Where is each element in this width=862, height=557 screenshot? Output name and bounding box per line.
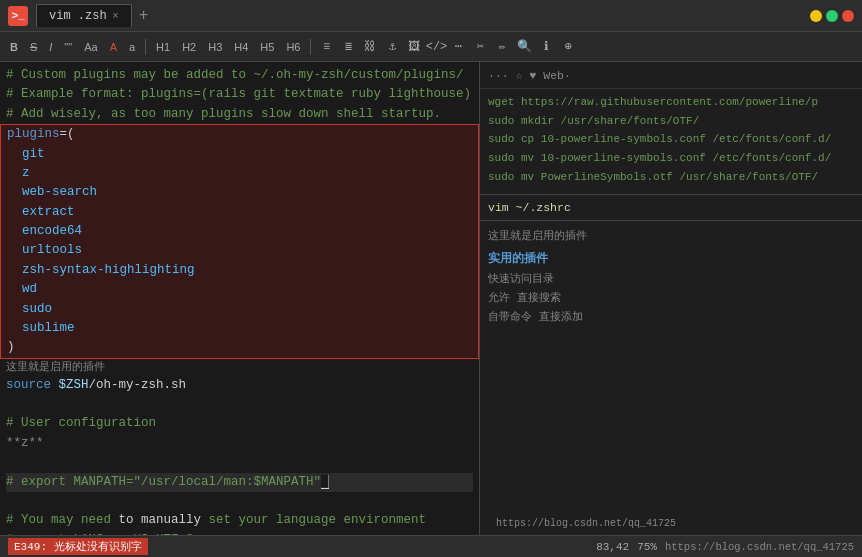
editor-content: # Custom plugins may be added to ~/.oh-m… (0, 62, 479, 535)
minimize-button[interactable] (810, 10, 822, 22)
info-icon[interactable]: ℹ (537, 38, 555, 56)
editor-line-21 (6, 453, 473, 472)
h6-button[interactable]: H6 (282, 39, 304, 55)
terminal-icon: >_ (8, 6, 28, 26)
font-color-button[interactable]: A (106, 39, 121, 55)
editor-line-4: plugins=( (7, 125, 472, 144)
editor-line-25: # export LANG=en_US.UTF-8 (6, 531, 473, 535)
bold-button[interactable]: B (6, 39, 22, 55)
cursor-position: 83,42 (596, 541, 629, 553)
tab-label: vim .zsh (49, 9, 107, 23)
plugin-block: plugins=( git z web-search extract encod… (0, 124, 479, 359)
h2-button[interactable]: H2 (178, 39, 200, 55)
editor-line-2: # Example format: plugins=(rails git tex… (6, 85, 473, 104)
maximize-button[interactable] (826, 10, 838, 22)
font-bgcolor-button[interactable]: a (125, 39, 139, 55)
editor-line-24: # You may need to manually set your lang… (6, 511, 473, 530)
anchor-icon[interactable]: ⚓ (383, 38, 401, 56)
right-links-section: wget https://raw.githubusercontent.com/p… (480, 89, 862, 190)
h4-button[interactable]: H4 (230, 39, 252, 55)
h3-button[interactable]: H3 (204, 39, 226, 55)
editor-line-9: encode64 (7, 222, 472, 241)
editor-line-6: z (7, 164, 472, 183)
editor-line-11: zsh-syntax-highlighting (7, 261, 472, 280)
editor-line-16: 这里就是启用的插件 (6, 359, 473, 376)
right-panel-top: ··· ☆ ♥ Web· (480, 62, 862, 89)
editor-tab[interactable]: vim .zsh × (36, 4, 132, 27)
editor-line-12: wd (7, 280, 472, 299)
right-bottom: https://blog.csdn.net/qq_41725 (480, 512, 862, 535)
error-message: E349: 光标处没有识别字 (8, 538, 148, 555)
editor-line-22: # export MANPATH="/usr/local/man:$MANPAT… (6, 473, 473, 492)
editor-line-5: git (7, 145, 472, 164)
add-tab-button[interactable]: + (132, 4, 156, 28)
bottom-link: https://blog.csdn.net/qq_41725 (488, 516, 854, 531)
editor-line-17: source $ZSH/oh-my-zsh.sh (6, 376, 473, 395)
search-icon[interactable]: 🔍 (515, 38, 533, 56)
status-bar: E349: 光标处没有识别字 83,42 75% https://blog.cs… (0, 535, 862, 557)
close-button[interactable] (842, 10, 854, 22)
edit-icon[interactable]: ✏ (493, 38, 511, 56)
right-top-icons: ··· ☆ ♥ Web· (488, 69, 571, 82)
editor-line-23 (6, 492, 473, 511)
editor-line-15: ) (7, 338, 472, 357)
strikethrough-button[interactable]: S (26, 39, 41, 55)
font-button[interactable]: Aa (80, 39, 101, 55)
editor-panel[interactable]: # Custom plugins may be added to ~/.oh-m… (0, 62, 480, 535)
right-link-1: wget https://raw.githubusercontent.com/p… (488, 93, 854, 112)
settings-icon[interactable]: ⊕ (559, 38, 577, 56)
right-divider-2 (480, 220, 862, 221)
more-icon[interactable]: ⋯ (449, 38, 467, 56)
status-url: https://blog.csdn.net/qq_41725 (665, 541, 854, 553)
editor-line-13: sudo (7, 300, 472, 319)
editor-line-10: urltools (7, 241, 472, 260)
ordered-list-icon[interactable]: ≣ (339, 38, 357, 56)
editor-toolbar: B S I "" Aa A a H1 H2 H3 H4 H5 H6 ≡ ≣ ⛓ … (0, 32, 862, 62)
code-icon[interactable]: </> (427, 38, 445, 56)
scroll-percent: 75% (637, 541, 657, 553)
editor-line-14: sublime (7, 319, 472, 338)
right-panel: ··· ☆ ♥ Web· wget https://raw.githubuser… (480, 62, 862, 535)
image-icon[interactable]: 🖼 (405, 38, 423, 56)
editor-line-3: # Add wisely, as too many plugins slow d… (6, 105, 473, 124)
useful-plugins-label: 实用的插件 (480, 246, 862, 269)
window-controls (810, 10, 854, 22)
toolbar-divider-1 (145, 39, 146, 55)
title-bar: >_ vim .zsh × + (0, 0, 862, 32)
italic-button[interactable]: I (45, 39, 56, 55)
editor-line-1: # Custom plugins may be added to ~/.oh-m… (6, 66, 473, 85)
link-icon[interactable]: ⛓ (361, 38, 379, 56)
quote-button[interactable]: "" (60, 39, 76, 55)
plugin-desc-2: 允许 直接搜索 (480, 288, 862, 307)
right-link-4: sudo mv 10-powerline-symbols.conf /etc/f… (488, 149, 854, 168)
right-link-2: sudo mkdir /usr/share/fonts/OTF/ (488, 112, 854, 131)
editor-line-18 (6, 395, 473, 414)
plugin-desc-3: 自带命令 直接添加 (480, 307, 862, 326)
list-icon[interactable]: ≡ (317, 38, 335, 56)
plugin-desc-1: 快速访问目录 (480, 269, 862, 288)
vim-command: vim ~/.zshrc (480, 199, 862, 216)
toolbar-divider-2 (310, 39, 311, 55)
right-link-3: sudo cp 10-powerline-symbols.conf /etc/f… (488, 130, 854, 149)
editor-line-7: web-search (7, 183, 472, 202)
right-link-5: sudo mv PowerlineSymbols.otf /usr/share/… (488, 168, 854, 187)
right-divider-1 (480, 194, 862, 195)
editor-line-19: # User configuration (6, 414, 473, 433)
plugins-note: 这里就是启用的插件 (480, 225, 862, 246)
tab-close-button[interactable]: × (113, 11, 119, 22)
h1-button[interactable]: H1 (152, 39, 174, 55)
editor-line-8: extract (7, 203, 472, 222)
main-content: # Custom plugins may be added to ~/.oh-m… (0, 62, 862, 535)
editor-line-20: **z** (6, 434, 473, 453)
cut-icon[interactable]: ✂ (471, 38, 489, 56)
h5-button[interactable]: H5 (256, 39, 278, 55)
